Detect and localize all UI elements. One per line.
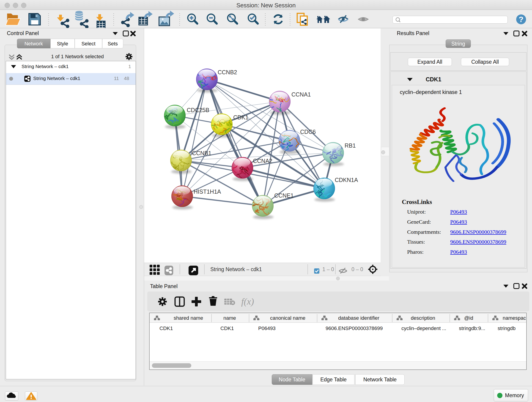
svg-text:RB1: RB1 [345,142,356,149]
svg-text:CDK1: CDK1 [233,114,249,121]
svg-text:cyclin–dependent ...: cyclin–dependent ... [401,325,446,331]
svg-text:CCNB1: CCNB1 [192,150,211,156]
svg-text:P06493: P06493 [258,325,276,331]
svg-text:CDC25B: CDC25B [187,107,209,113]
svg-text:1 – 0: 1 – 0 [322,266,334,272]
svg-text:CCNA2: CCNA2 [253,158,272,164]
svg-text:CCNE1: CCNE1 [274,192,294,199]
svg-text:CDC6: CDC6 [300,128,316,135]
svg-text:0 – 0: 0 – 0 [351,266,363,272]
svg-text:namespac: namespac [503,315,526,321]
svg-text:canonical name: canonical name [270,315,305,321]
svg-text:1 of 1 Network selected: 1 of 1 Network selected [51,54,104,59]
svg-text:CCNB2: CCNB2 [218,69,237,75]
svg-text:String Network – cdk1: String Network – cdk1 [210,266,262,272]
svg-text:shared name: shared name [174,315,203,321]
svg-text:stringdb:9...: stringdb:9... [459,325,485,331]
svg-text:f(x): f(x) [241,296,254,307]
svg-text:CDK1: CDK1 [159,325,173,331]
svg-text:@id: @id [464,315,473,321]
svg-text:description: description [411,315,435,321]
svg-text:database identifier: database identifier [338,315,380,321]
svg-text:name: name [223,315,236,321]
svg-text:stringdb: stringdb [498,325,515,331]
svg-text:HIST1H1A: HIST1H1A [194,188,221,195]
svg-text:CDK1: CDK1 [220,325,234,331]
svg-text:9606.ENSP00000378699: 9606.ENSP00000378699 [326,325,383,331]
svg-text:CDKN1A: CDKN1A [335,177,358,183]
svg-text:CCNA1: CCNA1 [291,91,311,98]
